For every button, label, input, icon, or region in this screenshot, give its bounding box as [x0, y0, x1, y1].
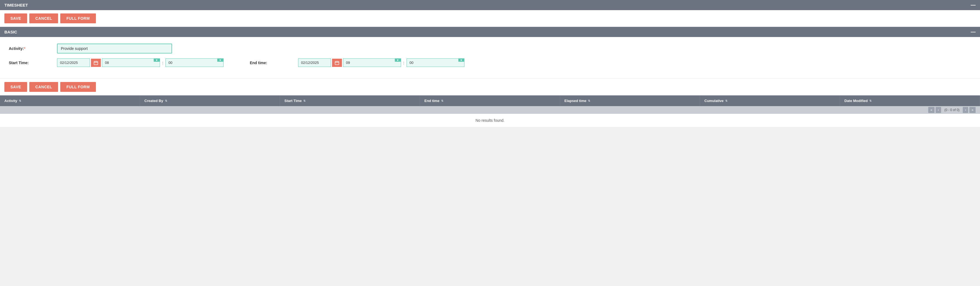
bottom-cancel-button[interactable]: CANCEL — [29, 82, 58, 92]
start-minute-group: ▼ — [165, 58, 224, 67]
end-datetime-group: ▼ : ▼ — [298, 58, 465, 67]
save-button[interactable]: SAVE — [5, 13, 27, 23]
page-wrapper: TIMESHEET — SAVE CANCEL FULL FORM BASIC … — [0, 0, 980, 127]
sort-icon-elapsed-time[interactable]: ⇅ — [588, 99, 590, 102]
col-header-start-time: Start Time ⇅ — [280, 96, 420, 106]
end-calendar-button[interactable] — [332, 59, 342, 67]
calendar-icon-end — [335, 61, 339, 65]
top-toolbar: SAVE CANCEL FULL FORM — [0, 10, 980, 27]
pagination-prev-button[interactable]: ‹ — [935, 107, 941, 113]
timesheet-title: TIMESHEET — [5, 3, 28, 7]
pagination-last-button[interactable]: » — [969, 107, 975, 113]
timesheet-header: TIMESHEET — — [0, 0, 980, 10]
activity-label: Activity:* — [9, 46, 52, 51]
data-table-wrapper: Activity ⇅ Created By ⇅ Start Time ⇅ End… — [0, 96, 980, 127]
start-minute-down-button[interactable]: ▼ — [217, 59, 223, 62]
basic-minimize-icon[interactable]: — — [971, 29, 975, 35]
activity-input[interactable] — [57, 43, 172, 53]
start-date-input[interactable] — [57, 58, 90, 67]
sort-icon-date-modified[interactable]: ⇅ — [869, 99, 872, 102]
end-hour-input[interactable] — [343, 59, 395, 67]
calendar-icon — [94, 61, 98, 65]
sort-icon-start-time[interactable]: ⇅ — [303, 99, 305, 102]
start-time-label: Start Time: — [9, 61, 52, 65]
bottom-toolbar: SAVE CANCEL FULL FORM — [0, 78, 980, 96]
cancel-button[interactable]: CANCEL — [29, 13, 58, 23]
col-header-activity: Activity ⇅ — [0, 96, 140, 106]
col-header-cumulative: Cumulative ⇅ — [700, 96, 840, 106]
end-date-input[interactable] — [298, 58, 331, 67]
basic-header: BASIC — — [0, 27, 980, 37]
end-time-section: End time: ▼ : — [250, 58, 465, 67]
end-hour-down-button[interactable]: ▼ — [395, 59, 401, 62]
end-minute-group: ▼ — [407, 58, 465, 67]
start-hour-input[interactable] — [102, 59, 154, 67]
col-header-elapsed-time: Elapsed time ⇅ — [560, 96, 700, 106]
end-minute-input[interactable] — [407, 59, 458, 67]
svg-rect-0 — [94, 61, 98, 65]
bottom-save-button[interactable]: SAVE — [5, 82, 27, 92]
start-hour-group: ▼ — [102, 58, 160, 67]
activity-row: Activity:* — [9, 43, 971, 53]
pagination-info: (0 - 0 of 0) — [942, 108, 962, 112]
pagination-first-button[interactable]: « — [928, 107, 934, 113]
table-header-row: Activity ⇅ Created By ⇅ Start Time ⇅ End… — [0, 96, 980, 106]
no-results-row: No results found. — [0, 114, 980, 127]
end-time-label: End time: — [250, 61, 294, 65]
timesheet-minimize-icon[interactable]: — — [971, 2, 975, 8]
form-area: Activity:* Start Time: ▼ — [0, 37, 980, 78]
svg-rect-4 — [335, 61, 339, 65]
col-header-end-time: End time ⇅ — [420, 96, 560, 106]
start-time-row: Start Time: ▼ : — [9, 58, 971, 67]
pagination-next-button[interactable]: › — [963, 107, 968, 113]
table-subheader: « ‹ (0 - 0 of 0) › » — [0, 106, 980, 114]
end-minute-down-button[interactable]: ▼ — [458, 59, 465, 62]
bottom-full-form-button[interactable]: FULL FORM — [60, 82, 95, 92]
sort-icon-end-time[interactable]: ⇅ — [441, 99, 443, 102]
start-hour-down-button[interactable]: ▼ — [154, 59, 160, 62]
start-minute-input[interactable] — [166, 59, 217, 67]
col-header-created-by: Created By ⇅ — [140, 96, 280, 106]
sort-icon-cumulative[interactable]: ⇅ — [725, 99, 727, 102]
full-form-button[interactable]: FULL FORM — [60, 13, 95, 23]
sort-icon-activity[interactable]: ⇅ — [19, 99, 21, 102]
end-hour-group: ▼ — [343, 58, 401, 67]
start-datetime-group: ▼ : ▼ — [57, 58, 224, 67]
sort-icon-created-by[interactable]: ⇅ — [165, 99, 167, 102]
col-header-date-modified: Date Modified ⇅ — [840, 96, 980, 106]
start-calendar-button[interactable] — [91, 59, 101, 67]
basic-title: BASIC — [5, 30, 17, 34]
